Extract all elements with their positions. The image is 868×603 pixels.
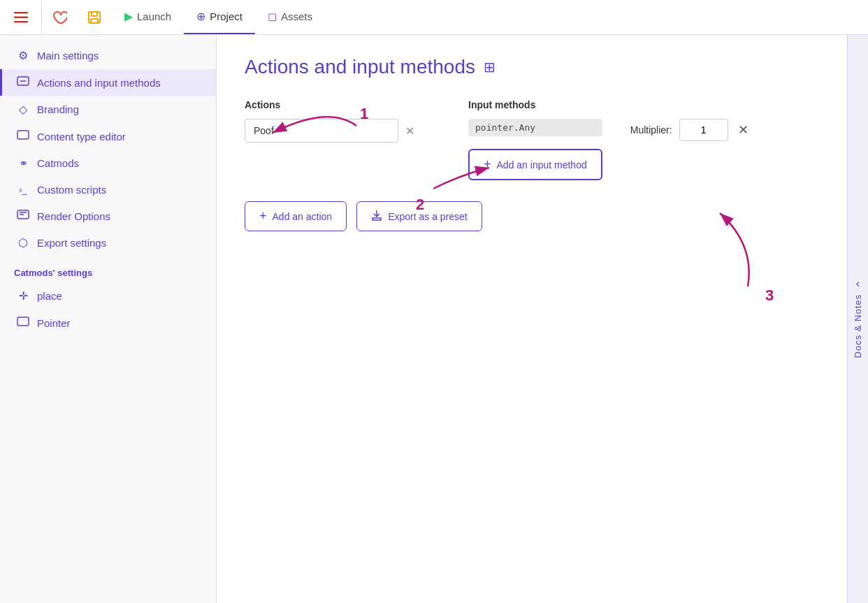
sidebar-item-main-settings[interactable]: ⚙ Main settings [0,42,216,69]
sidebar-item-branding[interactable]: ◇ Branding [0,96,216,123]
svg-rect-5 [91,19,98,23]
save-button[interactable] [77,0,112,34]
place-icon: ✛ [16,289,30,303]
branding-icon: ◇ [16,103,30,116]
tab-project[interactable]: ⊕ Project [184,0,255,34]
svg-rect-8 [17,131,29,139]
sidebar-item-content-type[interactable]: Content type editor [0,123,216,150]
action-close-button[interactable]: ✕ [403,122,417,140]
add-input-method-button[interactable]: + Add an input method [468,149,602,180]
export-icon [371,210,382,223]
svg-rect-0 [14,12,28,14]
sidebar-item-catmods[interactable]: ⚭ Catmods [0,150,216,177]
action-buttons: + Add an action Export as a preset [245,201,819,231]
right-panel[interactable]: ‹ Docs & Notes [847,35,868,603]
launch-icon: ▶ [124,10,133,23]
input-method-badge: pointer.Any [468,119,602,136]
actions-icon [16,76,30,89]
action-input[interactable] [245,119,398,143]
svg-rect-2 [14,21,28,23]
right-panel-label: Docs & Notes [853,294,863,358]
content-area: Actions and input methods ⊞ Actions ✕ In… [217,35,847,603]
sidebar-item-render-options[interactable]: Render Options [0,203,216,229]
action-row: ✕ [245,119,426,143]
content-type-icon [16,130,30,143]
input-methods-row: pointer.Any + Add an input method Multip… [468,119,751,180]
add-action-plus-icon: + [259,209,267,224]
columns-layout: Actions ✕ Input methods pointer.Any + Ad… [245,99,819,180]
sidebar-item-export-settings[interactable]: ⬡ Export settings [0,229,216,256]
svg-rect-12 [17,317,29,326]
main-layout: ⚙ Main settings Actions and input method… [0,35,868,603]
sidebar-item-actions-input[interactable]: Actions and input methods [0,69,216,96]
export-settings-icon: ⬡ [16,236,30,249]
input-methods-label: Input methods [468,99,751,110]
multiplier-close-button[interactable]: ✕ [735,119,751,140]
input-methods-column: Input methods pointer.Any + Add an input… [468,99,751,180]
export-preset-button[interactable]: Export as a preset [356,201,482,231]
assets-icon: ◻ [268,10,277,23]
sidebar: ⚙ Main settings Actions and input method… [0,35,217,603]
svg-rect-4 [92,12,97,16]
svg-text:3: 3 [765,286,774,304]
tab-launch[interactable]: ▶ Launch [112,0,184,34]
multiplier-section: Multiplier: ✕ [630,119,751,141]
favorite-button[interactable] [42,0,77,34]
render-options-icon [16,210,30,222]
custom-scripts-icon: ›_ [16,184,30,195]
sidebar-item-custom-scripts[interactable]: ›_ Custom scripts [0,177,216,203]
multiplier-input[interactable] [679,119,728,141]
project-icon: ⊕ [196,10,205,23]
multiplier-label: Multiplier: [630,124,672,136]
actions-column: Actions ✕ [245,99,426,154]
catmods-icon: ⚭ [16,157,30,170]
plus-icon: + [484,157,491,172]
tab-assets[interactable]: ◻ Assets [255,0,325,34]
actions-label: Actions [245,99,426,110]
sidebar-item-pointer[interactable]: Pointer [0,310,216,336]
page-title: Actions and input methods ⊞ [245,56,819,78]
hamburger-button[interactable] [0,0,42,34]
topbar-tabs: ▶ Launch ⊕ Project ◻ Assets [112,0,325,34]
right-panel-chevron: ‹ [856,277,860,290]
svg-rect-1 [14,16,28,18]
pointer-icon [16,317,30,329]
page-title-icon: ⊞ [484,59,496,75]
sidebar-item-place[interactable]: ✛ place [0,282,216,310]
gear-icon: ⚙ [16,49,30,62]
catmods-section-label: Catmods' settings [0,256,216,282]
add-an-action-button[interactable]: + Add an action [245,201,347,231]
topbar: ▶ Launch ⊕ Project ◻ Assets [0,0,868,35]
